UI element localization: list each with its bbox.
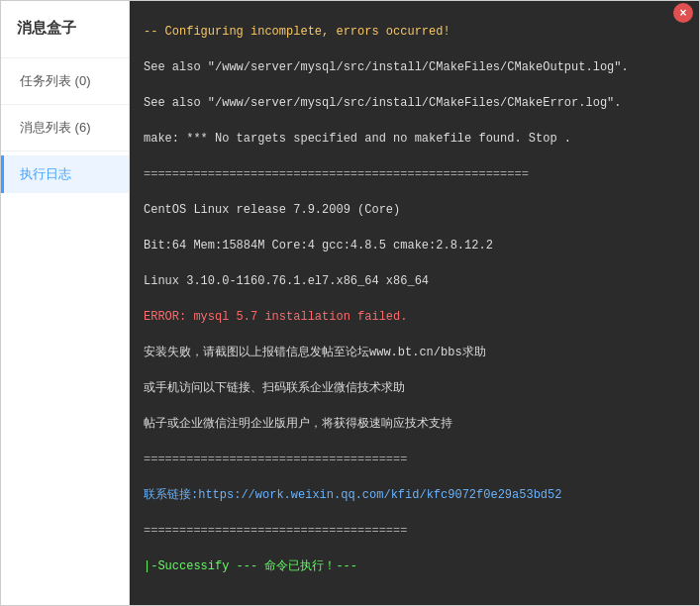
terminal-line: 帖子或企业微信注明企业版用户，将获得极速响应技术支持 [144,415,685,433]
main-content: system (use the OS openssl library),yes … [130,1,699,605]
sidebar-title: 消息盒子 [1,11,129,53]
terminal-line: |-Successify --- 命令已执行！--- [144,557,685,575]
terminal-line: CentOS Linux release 7.9.2009 (Core) [144,201,685,219]
terminal-line: Bit:64 Mem:15884M Core:4 gcc:4.8.5 cmake… [144,237,685,254]
sidebar-item-task-list[interactable]: 任务列表 (0) [1,62,129,100]
modal-dialog: × 消息盒子 任务列表 (0) 消息列表 (6) 执行日志 system (us… [0,0,700,606]
sidebar-divider-2 [1,104,129,105]
terminal-line: ========================================… [144,165,685,183]
terminal-line: 联系链接:https://work.weixin.qq.com/kfid/kfc… [144,486,685,504]
close-icon: × [679,6,686,20]
modal-sidebar: 消息盒子 任务列表 (0) 消息列表 (6) 执行日志 [1,1,130,605]
terminal-line: Linux 3.10.0-1160.76.1.el7.x86_64 x86_64 [144,272,685,290]
sidebar-divider-1 [1,57,129,58]
sidebar-item-exec-log[interactable]: 执行日志 [1,155,129,193]
terminal-line: ERROR: mysql 5.7 installation failed. [144,308,685,326]
terminal-output[interactable]: system (use the OS openssl library),yes … [130,1,699,605]
terminal-line: See also "/www/server/mysql/src/install/… [144,94,685,112]
terminal-line: 或手机访问以下链接、扫码联系企业微信技术求助 [144,379,685,397]
terminal-line: 安装失败，请截图以上报错信息发帖至论坛www.bt.cn/bbs求助 [144,344,685,361]
terminal-line: ===================================== [144,522,685,540]
terminal-line: make: *** No targets specified and no ma… [144,130,685,148]
terminal-line: ===================================== [144,451,685,468]
close-button[interactable]: × [673,3,693,23]
terminal-line: See also "/www/server/mysql/src/install/… [144,58,685,76]
sidebar-divider-3 [1,151,129,152]
terminal-line: -- Configuring incomplete, errors occurr… [144,23,685,41]
sidebar-item-message-list[interactable]: 消息列表 (6) [1,109,129,147]
